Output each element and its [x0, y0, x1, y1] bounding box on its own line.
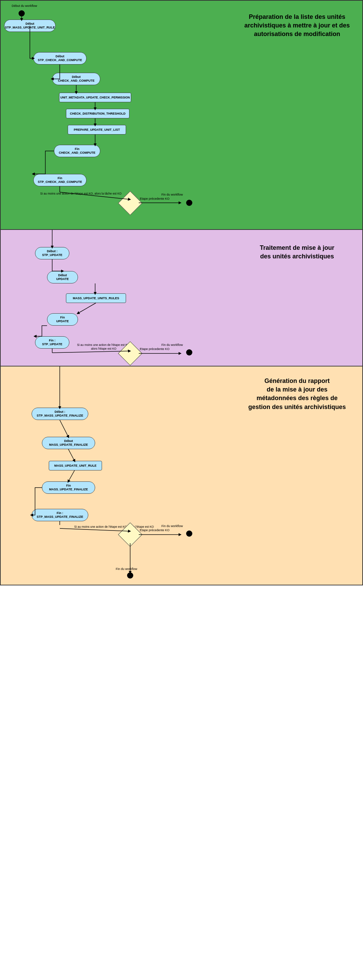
node-stp-mass-update-unit-rule: DébutSTP_MASS_UPDATE_UNIT_RULE: [4, 19, 56, 32]
section-orange: Génération du rapportde la mise à jour d…: [0, 366, 363, 585]
node-stp-mass-update-finalize-start: Début :STP_MASS_UPDATE_FINALIZE: [32, 408, 88, 420]
ko-label-1: Si au moins une action de l'étape est KO…: [40, 192, 140, 196]
start-workflow-label: Début du workflow: [12, 4, 37, 8]
node-check-and-compute-end: FinCHECK_AND_COMPUTE: [54, 145, 100, 157]
section2-title: Traitement de mise à jourdes unités arch…: [242, 243, 352, 261]
node-mass-update-units-rules: MASS_UPDATE_UNITS_RULES: [66, 293, 126, 303]
start-circle: [19, 10, 25, 16]
node-check-distribution-threshold: CHECK_DISTRIBUTION_THRESHOLD: [66, 109, 130, 118]
end-circle-1: [186, 200, 192, 206]
node-check-and-compute-start: DébutCHECK_AND_COMPUTE: [52, 73, 100, 85]
end-circle-2: [186, 349, 192, 355]
svg-line-12: [52, 351, 130, 353]
section1-title: Préparation de la liste des unités archi…: [242, 13, 352, 39]
diagram-container: Préparation de la liste des unités archi…: [0, 0, 363, 585]
section-green: Préparation de la liste des unités archi…: [0, 0, 363, 230]
end-circle-3: [186, 530, 192, 537]
node-mass-update-unit-rule: MASS_UPDATE_UNIT_RULE: [49, 461, 102, 471]
fin-workflow-3a: Fin du workflow: [162, 524, 183, 528]
node-prepare-update-unit-list: PREPARE_UPDATE_UNIT_LIST: [68, 125, 126, 135]
node-unit-metadata-check-permission: UNIT_METADATA_UPDATE_CHECK_PERMISSION: [59, 93, 131, 102]
etape-precedente-ko-1: Etape précedente KO: [140, 197, 170, 201]
section3-title: Génération du rapportde la mise à jour d…: [239, 377, 355, 411]
svg-line-15: [60, 420, 68, 437]
node-stp-mass-update-finalize-end: Fin :STP_MASS_UPDATE_FINALIZE: [32, 509, 88, 521]
node-stp-check-and-compute-start: DébutSTP_CHECK_AND_COMPUTE: [33, 52, 86, 65]
section-purple: Traitement de mise à jourdes unités arch…: [0, 229, 363, 366]
etape-precedente-ko-2: Etape précedente KO: [140, 347, 170, 352]
node-mass-update-finalize-end: FinMASS_UPDATE_FINALIZE: [42, 481, 95, 494]
svg-line-17: [68, 471, 75, 481]
node-stp-update-start: Début :STP_UPDATE: [35, 247, 69, 259]
node-stp-update-end: Fin :STP_UPDATE: [35, 336, 69, 348]
etape-precedente-ko-3: Etape précedente KO: [140, 528, 170, 533]
fin-workflow-1: Fin du workflow: [162, 193, 183, 197]
svg-line-10: [78, 303, 96, 313]
fin-workflow-3b: Fin du workflow: [116, 567, 138, 571]
node-update-end: FinUPDATE: [47, 313, 78, 326]
fin-workflow-2: Fin du workflow: [162, 343, 183, 347]
svg-line-16: [68, 449, 75, 461]
node-mass-update-finalize-start: DébutMASS_UPDATE_FINALIZE: [42, 437, 95, 449]
end-circle-bottom: [127, 572, 133, 579]
node-stp-check-and-compute-end: FinSTP_CHECK_AND_COMPUTE: [33, 174, 86, 186]
svg-line-19: [60, 528, 130, 531]
node-update-start: DébutUPDATE: [47, 271, 78, 283]
